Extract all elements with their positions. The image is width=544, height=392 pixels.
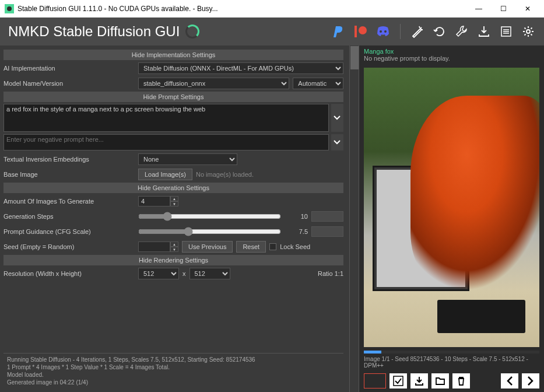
svg-rect-8 — [394, 376, 403, 386]
progress-bar — [364, 351, 539, 354]
seed-up[interactable]: ▲ — [170, 242, 178, 247]
svg-point-7 — [527, 30, 530, 33]
svg-rect-2 — [355, 26, 357, 37]
textual-inv-select[interactable]: None — [138, 153, 237, 165]
minimize-button[interactable]: ― — [467, 1, 490, 17]
cfg-value: 7.5 — [285, 228, 308, 235]
img-count-up[interactable]: ▲ — [170, 196, 178, 201]
textual-inv-label: Textual Inversion Embeddings — [3, 156, 135, 163]
list-icon[interactable] — [499, 24, 514, 39]
status-box — [364, 373, 386, 388]
seed-label: Seed (Empty = Random) — [3, 243, 135, 250]
steps-label: Generation Steps — [3, 213, 135, 220]
reset-seed-button[interactable]: Reset — [236, 241, 266, 253]
folder-button[interactable] — [431, 373, 449, 388]
ai-impl-label: AI Implementation — [3, 65, 135, 72]
image-preview[interactable] — [364, 68, 539, 347]
scrollbar-thumb[interactable] — [350, 46, 359, 69]
prompt-section-toggle[interactable]: Hide Prompt Settings — [3, 92, 343, 102]
cfg-label: Prompt Guidance (CFG Scale) — [3, 228, 135, 235]
maximize-button[interactable]: ☐ — [492, 1, 515, 17]
app-icon — [5, 4, 14, 13]
use-prev-button[interactable]: Use Previous — [182, 241, 233, 253]
discord-icon[interactable] — [375, 24, 391, 39]
svg-point-4 — [380, 30, 382, 33]
img-count-input[interactable] — [138, 196, 170, 206]
seed-input[interactable] — [138, 242, 170, 252]
res-label: Resolution (Width x Height) — [3, 270, 135, 277]
patreon-icon[interactable] — [353, 24, 368, 39]
svg-point-1 — [7, 6, 12, 11]
steps-box[interactable] — [311, 211, 343, 222]
img-count-label: Amount Of Images To Generate — [3, 198, 135, 205]
svg-point-3 — [359, 26, 367, 34]
gear-icon[interactable] — [521, 24, 536, 39]
load-image-button[interactable]: Load Image(s) — [138, 169, 192, 180]
app-title: NMKD Stable Diffusion GUI — [8, 23, 180, 40]
window-title: Stable Diffusion GUI 1.11.0 - No CUDA GP… — [17, 5, 467, 13]
height-select[interactable]: 512 — [189, 268, 230, 279]
wand-icon[interactable] — [410, 24, 425, 39]
prompt-input[interactable]: a red fox in the style of a manga next t… — [3, 104, 329, 132]
save-button[interactable] — [410, 373, 428, 388]
spinner-icon — [185, 24, 199, 38]
cfg-box[interactable] — [311, 226, 343, 237]
prev-image-button[interactable] — [501, 373, 518, 388]
width-select[interactable]: 512 — [138, 268, 179, 279]
lock-seed-label: Lock Seed — [280, 243, 310, 250]
prompt-expand-button[interactable] — [331, 104, 343, 132]
svg-point-5 — [384, 30, 387, 33]
rendering-section-toggle[interactable]: Hide Rendering Settings — [3, 255, 343, 265]
lock-seed-checkbox[interactable] — [269, 243, 276, 250]
seed-down[interactable]: ▼ — [170, 247, 178, 252]
next-image-button[interactable] — [522, 373, 539, 388]
model-name-select[interactable]: stable_diffusion_onnx — [138, 78, 289, 89]
ai-impl-select[interactable]: Stable Diffusion (ONNX - DirectML - For … — [138, 62, 343, 74]
generation-section-toggle[interactable]: Hide Generation Settings — [3, 183, 343, 193]
neg-prompt-expand-button[interactable] — [331, 134, 343, 150]
base-img-label: Base Image — [3, 171, 135, 178]
neg-prompt-input[interactable] — [3, 134, 329, 150]
ratio-label: Ratio 1:1 — [318, 270, 343, 277]
cfg-slider[interactable] — [138, 227, 281, 236]
log-panel: Running Stable Diffusion - 4 Iterations,… — [3, 353, 343, 388]
accept-button[interactable] — [389, 373, 407, 388]
model-label: Model Name/Version — [3, 80, 135, 87]
steps-value: 10 — [285, 213, 308, 220]
impl-section-toggle[interactable]: Hide Implementation Settings — [3, 50, 343, 60]
paypal-icon[interactable] — [331, 24, 346, 39]
delete-button[interactable] — [452, 373, 470, 388]
model-mode-select[interactable]: Automatic — [293, 78, 343, 89]
img-count-down[interactable]: ▼ — [170, 201, 178, 206]
preview-prompt-name: Manga fox — [364, 48, 539, 55]
no-image-hint: No image(s) loaded. — [196, 171, 254, 178]
close-button[interactable]: ✕ — [516, 1, 539, 17]
refresh-icon[interactable] — [432, 24, 447, 39]
image-info: Image 1/1 - Seed 852174536 - 10 Steps - … — [359, 355, 544, 370]
res-x: x — [182, 270, 186, 277]
steps-slider[interactable] — [138, 212, 281, 221]
preview-neg-prompt: No negative prompt to display. — [364, 55, 539, 62]
download-icon[interactable] — [476, 24, 492, 39]
wrench-icon[interactable] — [454, 24, 469, 39]
